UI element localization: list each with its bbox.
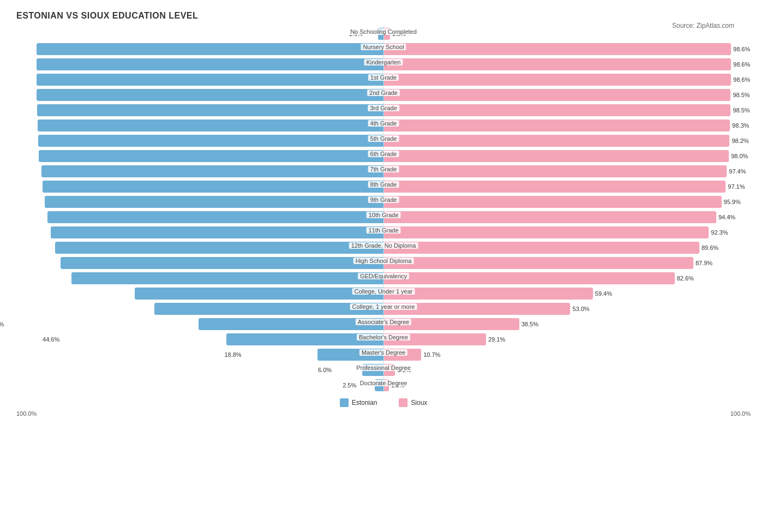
bar-left	[47, 211, 384, 223]
chart-row: College, Under 1 year70.6%59.4%	[16, 286, 751, 301]
val-left: 52.5%	[0, 318, 4, 330]
bar-right	[384, 181, 726, 193]
chart-row: 9th Grade96.1%95.9%	[16, 194, 751, 210]
bar-left	[51, 226, 384, 238]
bar-left	[37, 89, 384, 101]
chart-row: 6th Grade97.8%98.0%	[16, 148, 751, 164]
val-right: 53.0%	[572, 303, 589, 315]
legend-sioux: Sioux	[399, 398, 427, 407]
chart-row: Kindergarten98.4%98.6%	[16, 57, 751, 72]
chart-row: Master's Degree18.8%10.7%	[16, 347, 751, 362]
bar-right	[384, 379, 389, 391]
val-right: 3.3%	[397, 364, 411, 376]
chart-row: No Schooling Completed1.6%1.8%	[16, 26, 751, 41]
chart-row: 10th Grade95.3%94.4%	[16, 210, 751, 225]
val-right: 98.5%	[733, 89, 750, 101]
val-right: 92.3%	[711, 226, 728, 238]
chart-row: Associate's Degree52.5%38.5%	[16, 316, 751, 332]
bar-left	[43, 181, 384, 193]
chart-row: High School Diploma91.6%87.9%	[16, 255, 751, 271]
bar-right	[384, 150, 729, 162]
chart-row: Bachelor's Degree44.6%29.1%	[16, 332, 751, 347]
chart-row: College, 1 year or more65.0%53.0%	[16, 301, 751, 316]
bar-right	[384, 242, 699, 254]
val-right: 97.1%	[728, 181, 745, 193]
val-left: 44.6%	[43, 333, 59, 345]
bar-left	[375, 379, 384, 391]
val-right: 38.5%	[522, 318, 538, 330]
bar-right	[384, 226, 709, 238]
bar-left	[317, 349, 384, 361]
legend-estonian: Estonian	[340, 398, 377, 407]
legend-sioux-box	[399, 398, 408, 407]
bar-right	[384, 196, 722, 208]
bar-left	[37, 104, 384, 116]
bar-right	[384, 288, 593, 300]
bar-left	[41, 165, 384, 177]
bar-right	[384, 349, 421, 361]
val-right: 87.9%	[696, 257, 712, 269]
bar-left	[55, 242, 384, 254]
val-right: 95.9%	[724, 196, 741, 208]
val-right: 82.6%	[677, 272, 694, 284]
axis-right: 100.0%	[730, 410, 751, 417]
val-right: 89.6%	[702, 242, 718, 254]
val-right: 98.6%	[733, 74, 750, 86]
chart-row: 8th Grade96.8%97.1%	[16, 179, 751, 194]
bar-right	[384, 74, 731, 86]
val-right: 98.6%	[733, 58, 750, 70]
legend: Estonian Sioux	[16, 398, 751, 407]
bar-left	[39, 150, 384, 162]
bar-right	[384, 364, 395, 376]
bar-left	[378, 28, 384, 40]
bar-left	[37, 58, 384, 70]
bar-right	[384, 318, 519, 330]
val-left: 18.8%	[224, 349, 241, 361]
bar-right	[384, 165, 727, 177]
bar-right	[384, 58, 731, 70]
chart-row: 7th Grade97.0%97.4%	[16, 164, 751, 179]
bar-right	[384, 43, 731, 55]
bar-left	[37, 74, 384, 86]
legend-estonian-label: Estonian	[352, 399, 377, 407]
bar-left	[362, 364, 384, 376]
bar-left	[45, 196, 384, 208]
axis-labels: 100.0% 100.0%	[16, 410, 751, 417]
bar-right	[384, 257, 693, 269]
chart-title: ESTONIAN VS SIOUX EDUCATION LEVEL	[16, 11, 751, 21]
val-right: 98.3%	[732, 119, 749, 131]
bar-left	[71, 272, 384, 284]
val-right: 98.0%	[731, 150, 748, 162]
chart-row: 1st Grade98.4%98.6%	[16, 72, 751, 87]
bar-left	[38, 119, 384, 131]
chart-row: Nursery School98.5%98.6%	[16, 41, 751, 57]
val-right: 94.4%	[718, 211, 735, 223]
bar-left	[226, 333, 384, 345]
bar-right	[384, 211, 716, 223]
val-right: 1.8%	[392, 28, 406, 40]
val-right: 29.1%	[488, 333, 505, 345]
val-right: 1.5%	[391, 379, 405, 391]
bar-left	[37, 43, 384, 55]
bar-right	[384, 135, 729, 147]
bar-right	[384, 333, 486, 345]
val-right: 98.6%	[733, 43, 750, 55]
bar-left	[38, 135, 384, 147]
val-left: 6.0%	[318, 364, 332, 376]
bar-right	[384, 104, 730, 116]
bar-left	[135, 288, 384, 300]
chart-row: 4th Grade98.1%98.3%	[16, 118, 751, 133]
bar-left	[61, 257, 384, 269]
val-right: 98.5%	[733, 104, 750, 116]
axis-left: 100.0%	[16, 410, 37, 417]
legend-estonian-box	[340, 398, 349, 407]
val-left: 1.6%	[349, 28, 363, 40]
val-right: 59.4%	[595, 288, 612, 300]
chart-row: 12th Grade, No Diploma93.2%89.6%	[16, 240, 751, 255]
legend-sioux-label: Sioux	[411, 399, 427, 407]
val-right: 98.2%	[732, 135, 748, 147]
chart-container: No Schooling Completed1.6%1.8%Nursery Sc…	[16, 26, 751, 393]
bar-right	[384, 119, 730, 131]
chart-row: 2nd Grade98.4%98.5%	[16, 87, 751, 103]
bar-left	[154, 303, 384, 315]
